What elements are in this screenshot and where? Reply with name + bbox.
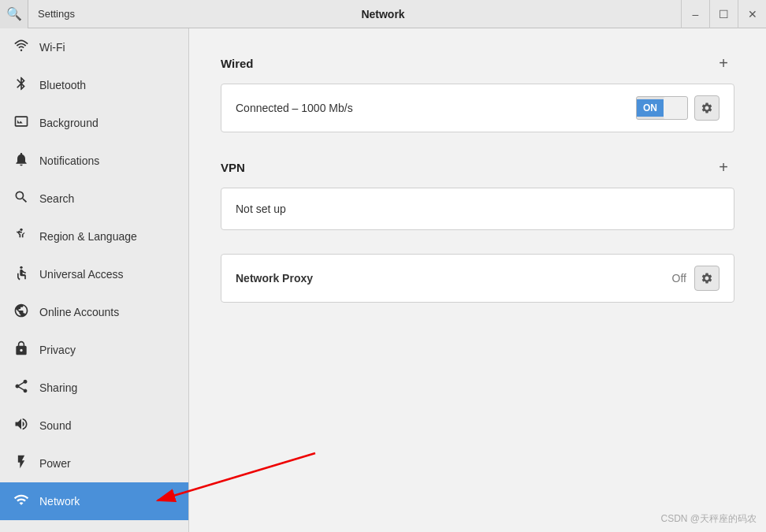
sidebar-item-privacy[interactable]: Privacy	[0, 331, 188, 369]
background-icon	[13, 113, 30, 133]
proxy-section: Network Proxy Off	[221, 254, 734, 303]
sidebar-label-wifi: Wi-Fi	[39, 41, 65, 54]
sidebar-item-wifi[interactable]: Wi-Fi	[0, 28, 188, 66]
svg-point-1	[20, 228, 22, 230]
sidebar-label-online-accounts: Online Accounts	[39, 306, 119, 318]
vpn-section-header: VPN +	[221, 156, 734, 178]
toggle-off-part	[664, 97, 687, 119]
proxy-label: Network Proxy	[236, 272, 672, 285]
sidebar-item-background[interactable]: Background	[0, 104, 188, 142]
sidebar: Wi-Fi Bluetooth Background	[0, 28, 189, 532]
main-layout: Wi-Fi Bluetooth Background	[0, 28, 766, 532]
wired-connection-row: Connected – 1000 Mb/s ON	[221, 84, 734, 132]
sidebar-item-network[interactable]: Network	[0, 482, 188, 520]
sidebar-item-search[interactable]: Search	[0, 180, 188, 218]
network-icon	[13, 492, 30, 512]
window-controls: – ☐ ✕	[681, 0, 766, 28]
minimize-button[interactable]: –	[681, 0, 709, 28]
sidebar-label-region: Region & Language	[39, 230, 137, 243]
notifications-icon	[13, 151, 30, 171]
wired-settings-button[interactable]	[694, 95, 720, 121]
window-title: Network	[361, 8, 404, 20]
vpn-not-set-label: Not set up	[236, 203, 720, 215]
search-icon: 🔍	[6, 6, 22, 21]
content-area: Wired + Connected – 1000 Mb/s ON	[189, 28, 766, 532]
vpn-title: VPN	[221, 161, 245, 174]
close-button[interactable]: ✕	[738, 0, 766, 28]
region-icon	[13, 227, 30, 247]
privacy-icon	[13, 340, 30, 360]
search-sidebar-icon	[13, 189, 30, 209]
sidebar-label-sound: Sound	[39, 419, 71, 432]
sidebar-label-background: Background	[39, 117, 99, 129]
vpn-add-button[interactable]: +	[712, 156, 734, 178]
sidebar-item-universal-access[interactable]: Universal Access	[0, 255, 188, 293]
sidebar-item-power[interactable]: Power	[0, 445, 188, 482]
sidebar-label-notifications: Notifications	[39, 154, 99, 167]
proxy-settings-button[interactable]	[694, 266, 720, 291]
sidebar-item-sharing[interactable]: Sharing	[0, 369, 188, 407]
sidebar-label-power: Power	[39, 457, 71, 470]
sidebar-item-bluetooth[interactable]: Bluetooth	[0, 66, 188, 104]
sound-icon	[13, 416, 30, 436]
sidebar-item-online-accounts[interactable]: Online Accounts	[0, 293, 188, 331]
sidebar-label-privacy: Privacy	[39, 344, 76, 356]
vpn-not-set-row: Not set up	[221, 188, 734, 229]
toggle-on-label: ON	[637, 99, 664, 117]
wifi-icon	[13, 38, 30, 58]
proxy-status: Off	[672, 272, 686, 285]
sidebar-item-sound[interactable]: Sound	[0, 407, 188, 445]
universal-access-icon	[13, 265, 30, 285]
maximize-button[interactable]: ☐	[709, 0, 738, 28]
sidebar-label-network: Network	[39, 495, 80, 508]
wired-section-header: Wired +	[221, 52, 734, 74]
svg-point-2	[20, 266, 22, 268]
sidebar-item-notifications[interactable]: Notifications	[0, 142, 188, 180]
vpn-card: Not set up	[221, 188, 734, 230]
sharing-icon	[13, 378, 30, 398]
sidebar-label-search: Search	[39, 192, 74, 205]
wired-card: Connected – 1000 Mb/s ON	[221, 84, 734, 132]
titlebar: 🔍 Settings Network – ☐ ✕	[0, 0, 766, 28]
svg-point-0	[20, 49, 23, 51]
app-name: Settings	[28, 8, 186, 20]
sidebar-label-universal-access: Universal Access	[39, 268, 124, 281]
sidebar-item-region[interactable]: Region & Language	[0, 218, 188, 255]
wired-connection-status: Connected – 1000 Mb/s	[236, 102, 636, 114]
search-button[interactable]: 🔍	[0, 0, 28, 28]
proxy-card: Network Proxy Off	[221, 254, 734, 303]
wired-title: Wired	[221, 57, 254, 70]
vpn-section: VPN + Not set up	[221, 156, 734, 230]
power-icon	[13, 454, 30, 474]
sidebar-label-sharing: Sharing	[39, 381, 77, 394]
sidebar-label-bluetooth: Bluetooth	[39, 79, 86, 91]
wired-section: Wired + Connected – 1000 Mb/s ON	[221, 52, 734, 132]
online-accounts-icon	[13, 303, 30, 322]
wired-add-button[interactable]: +	[712, 52, 734, 74]
proxy-row[interactable]: Network Proxy Off	[221, 255, 734, 302]
bluetooth-icon	[13, 76, 30, 95]
watermark: CSDN @天秤座的码农	[660, 512, 757, 526]
wired-toggle[interactable]: ON	[636, 96, 688, 120]
